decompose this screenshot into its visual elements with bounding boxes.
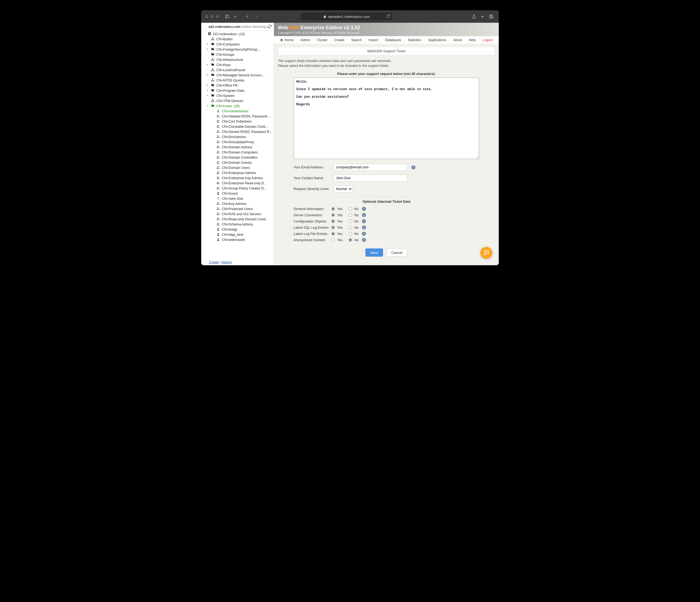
yes-radio[interactable]	[331, 207, 335, 211]
yes-radio[interactable]	[331, 219, 335, 223]
info-icon[interactable]: i	[362, 225, 366, 230]
severity-select[interactable]: Normal	[333, 186, 353, 192]
tree-node[interactable]: CN=Allowed RODC Password ...	[202, 114, 274, 119]
chevron-right-icon[interactable]	[206, 63, 209, 66]
no-radio[interactable]	[349, 238, 352, 242]
tree-node[interactable]: CN=DnsAdmins	[202, 134, 274, 139]
minimize-window-dot[interactable]	[210, 15, 214, 18]
nav-import[interactable]: Import	[366, 38, 382, 42]
nav-admin[interactable]: Admin	[297, 38, 314, 42]
info-icon[interactable]: i	[411, 165, 416, 169]
tree-node[interactable]: CN=NTDS Quotas	[202, 78, 274, 83]
tree-node[interactable]: CN=System	[202, 93, 274, 98]
tree-node[interactable]: CN=Enterprise Read-only D...	[202, 180, 274, 186]
sidebar-toggle-icon[interactable]	[223, 13, 231, 20]
tree-node[interactable]: CN=Infrastructure	[202, 57, 274, 62]
nav-home[interactable]: Home	[277, 38, 297, 42]
tree-node[interactable]: CN=Cloneable Domain Contr...	[202, 124, 274, 129]
tree-node[interactable]: CN=Domain Computers	[202, 150, 274, 155]
info-icon[interactable]: i	[362, 207, 366, 211]
tree-node[interactable]: CN=Office FR	[202, 83, 274, 88]
nav-logout[interactable]: Logout	[479, 38, 496, 42]
refresh-tree-icon[interactable]	[268, 24, 272, 29]
info-icon[interactable]: i	[362, 232, 366, 236]
no-radio[interactable]	[349, 213, 352, 217]
tree-node[interactable]: CN=DnsUpdateProxy	[202, 139, 274, 145]
tree-node[interactable]: CN=Guest	[202, 191, 274, 196]
tree-node[interactable]: CN=John Doe	[202, 196, 274, 201]
chevron-right-icon[interactable]	[206, 74, 209, 77]
nav-help[interactable]: Help	[466, 38, 479, 42]
tree-node[interactable]: CN=Schema Admins	[202, 222, 274, 227]
yes-radio[interactable]	[331, 213, 335, 217]
chat-fab[interactable]	[480, 247, 492, 259]
tree-node[interactable]: CN=Domain Controllers	[202, 155, 274, 160]
back-button[interactable]	[244, 13, 251, 20]
tree-node[interactable]: CN=LostAndFound	[202, 67, 274, 73]
nav-create[interactable]: Create	[331, 38, 348, 42]
tree-node[interactable]: CN=Denied RODC Password R...	[202, 129, 274, 134]
yes-radio[interactable]	[331, 226, 335, 229]
support-request-textarea[interactable]	[294, 77, 479, 159]
tree-node[interactable]: CN=Protected Users	[202, 206, 274, 211]
tree-node[interactable]: CN=ldap_bind	[202, 232, 274, 237]
zoom-window-dot[interactable]	[216, 15, 219, 18]
tree-node[interactable]: CN=Managed Service Accoun...	[202, 73, 274, 78]
info-icon[interactable]: i	[362, 213, 366, 217]
tree-node[interactable]: CN=Program Data	[202, 88, 274, 93]
nav-applications[interactable]: Applications	[425, 38, 450, 42]
cancel-button[interactable]: Cancel	[386, 248, 407, 257]
yes-radio[interactable]	[331, 238, 335, 242]
tree-node[interactable]: CN=RAS and IAS Servers	[202, 211, 274, 217]
tree-node[interactable]: CN=Domain Admins	[202, 145, 274, 150]
tree-node[interactable]: CN=Enterprise Admins	[202, 170, 274, 175]
chevron-right-icon[interactable]	[206, 94, 209, 97]
tree-node[interactable]: CN=Users (26)	[202, 103, 274, 109]
tree-node[interactable]: CN=Key Admins	[202, 201, 274, 206]
tree-node[interactable]: CN=Domain Guests	[202, 160, 274, 165]
contact-name-input[interactable]	[333, 175, 407, 182]
nav-databases[interactable]: Databases	[382, 38, 405, 42]
tree-node[interactable]: CN=TPM Devices	[202, 98, 274, 103]
no-radio[interactable]	[349, 226, 352, 229]
yes-radio[interactable]	[331, 232, 335, 236]
forward-button[interactable]	[253, 13, 261, 20]
share-icon[interactable]	[470, 13, 478, 20]
tree-node[interactable]: CN=Enterprise Key Admins	[202, 175, 274, 180]
nav-search[interactable]: Search	[348, 38, 366, 42]
tree-node[interactable]: CN=Read-only Domain Contr...	[202, 217, 274, 222]
tree-node[interactable]: CN=Builtin	[202, 37, 274, 42]
tree-node[interactable]: CN=Cert Publishers	[202, 119, 274, 124]
tree-node[interactable]: CN=krbtgt	[202, 227, 274, 232]
info-icon[interactable]: i	[362, 219, 366, 223]
close-window-dot[interactable]	[205, 15, 208, 18]
chevron-right-icon[interactable]	[206, 43, 209, 46]
tree-node[interactable]: CN=webmaster	[202, 237, 274, 242]
tree-node[interactable]: CN=Administrator	[202, 109, 274, 114]
nav-cluster[interactable]: Cluster	[314, 38, 331, 42]
sidebar-create-link[interactable]: Create	[209, 260, 219, 264]
sidebar-search-link[interactable]: Search	[222, 260, 232, 264]
nav-statistics[interactable]: Statistics	[405, 38, 425, 42]
email-input[interactable]	[333, 164, 407, 171]
chevron-right-icon[interactable]	[206, 89, 209, 92]
next-button[interactable]: Next	[366, 248, 383, 257]
chevron-down-icon[interactable]	[233, 13, 238, 20]
tabs-overview-icon[interactable]	[488, 13, 495, 20]
no-radio[interactable]	[349, 219, 352, 223]
tree-node[interactable]: CN=Keys	[202, 62, 274, 67]
no-radio[interactable]	[349, 232, 352, 236]
tree-node[interactable]: CN=Groups	[202, 52, 274, 57]
chevron-right-icon[interactable]	[206, 48, 209, 51]
reload-icon[interactable]	[386, 14, 390, 19]
address-bar[interactable]: webadm1.rcdevsdocs.com	[300, 13, 393, 20]
nav-about[interactable]: About	[450, 38, 466, 42]
chevron-right-icon[interactable]	[206, 84, 209, 87]
info-icon[interactable]: i	[362, 238, 366, 242]
tree-node[interactable]: CN=Computers	[202, 42, 274, 47]
chevron-down-icon[interactable]	[206, 104, 209, 107]
tree-node[interactable]: CN=Domain Users	[202, 165, 274, 170]
tree-node[interactable]: CN=ForeignSecurityPrincip...	[202, 47, 274, 52]
tree-node[interactable]: CN=Group Policy Creator O...	[202, 186, 274, 191]
no-radio[interactable]	[349, 207, 352, 211]
